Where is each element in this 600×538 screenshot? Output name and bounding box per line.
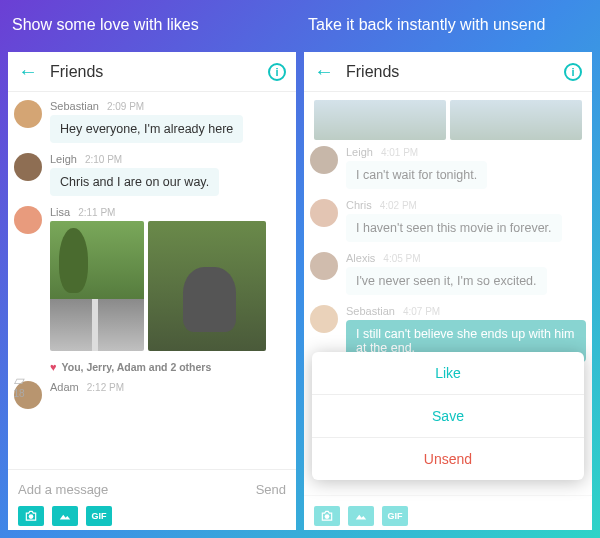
message-time: 2:12 PM bbox=[87, 382, 124, 393]
chat-title: Friends bbox=[50, 63, 268, 81]
send-button[interactable]: Send bbox=[256, 482, 286, 497]
svg-point-0 bbox=[29, 514, 34, 519]
avatar[interactable] bbox=[14, 153, 42, 181]
chat-title: Friends bbox=[346, 63, 564, 81]
camera-button[interactable] bbox=[18, 506, 44, 526]
phone-screen-left: ← Friends i Sebastian2:09 PM Hey everyon… bbox=[8, 52, 296, 530]
photo-thumbnail[interactable] bbox=[50, 221, 144, 351]
avatar[interactable] bbox=[14, 206, 42, 234]
message-bubble[interactable]: Hey everyone, I'm already here bbox=[50, 115, 243, 143]
info-button[interactable]: i bbox=[564, 63, 582, 81]
photo-attachment[interactable] bbox=[50, 221, 290, 351]
back-button[interactable]: ← bbox=[18, 60, 38, 83]
message-bubble[interactable]: Chris and I are on our way. bbox=[50, 168, 219, 196]
promo-text: Take it back instantly with unsend bbox=[304, 8, 592, 52]
sender-name: Sebastian bbox=[50, 100, 99, 112]
message-time: 2:11 PM bbox=[78, 207, 115, 218]
media-count-value: 18 bbox=[8, 388, 32, 399]
gallery-button[interactable] bbox=[52, 506, 78, 526]
message-row[interactable]: Lisa2:11 PM bbox=[14, 206, 290, 351]
sender-name: Adam bbox=[50, 381, 79, 393]
avatar[interactable] bbox=[14, 100, 42, 128]
save-action[interactable]: Save bbox=[312, 394, 584, 437]
chat-header: ← Friends i bbox=[8, 52, 296, 92]
right-panel: Take it back instantly with unsend ← Fri… bbox=[304, 8, 592, 530]
like-action[interactable]: Like bbox=[312, 352, 584, 394]
message-input[interactable]: Add a message bbox=[18, 482, 256, 497]
message-time: 2:10 PM bbox=[85, 154, 122, 165]
sender-name: Leigh bbox=[50, 153, 77, 165]
chat-header: ← Friends i bbox=[304, 52, 592, 92]
action-sheet: Like Save Unsend bbox=[312, 352, 584, 480]
likes-summary[interactable]: ♥ You, Jerry, Adam and 2 others bbox=[50, 361, 290, 373]
back-button[interactable]: ← bbox=[314, 60, 334, 83]
sender-name: Lisa bbox=[50, 206, 70, 218]
media-counter[interactable]: ▱ 18 bbox=[8, 372, 32, 399]
info-button[interactable]: i bbox=[268, 63, 286, 81]
message-list[interactable]: Sebastian2:09 PM Hey everyone, I'm alrea… bbox=[8, 92, 296, 469]
image-icon: ▱ bbox=[8, 372, 32, 388]
message-row[interactable]: Leigh2:10 PM Chris and I are on our way. bbox=[14, 153, 290, 196]
photo-thumbnail[interactable] bbox=[148, 221, 266, 351]
likes-text: You, Jerry, Adam and 2 others bbox=[62, 361, 212, 373]
unsend-action[interactable]: Unsend bbox=[312, 437, 584, 480]
left-panel: Show some love with likes ← Friends i Se… bbox=[8, 8, 296, 530]
promo-text: Show some love with likes bbox=[8, 8, 296, 52]
message-row[interactable]: Sebastian2:09 PM Hey everyone, I'm alrea… bbox=[14, 100, 290, 143]
message-time: 2:09 PM bbox=[107, 101, 144, 112]
heart-icon: ♥ bbox=[50, 361, 57, 373]
composer: Add a message Send GIF bbox=[8, 469, 296, 530]
message-row[interactable]: Adam2:12 PM bbox=[14, 381, 290, 409]
gif-button[interactable]: GIF bbox=[86, 506, 112, 526]
phone-screen-right: ← Friends i Leigh4:01 PM I can't wait fo… bbox=[304, 52, 592, 530]
